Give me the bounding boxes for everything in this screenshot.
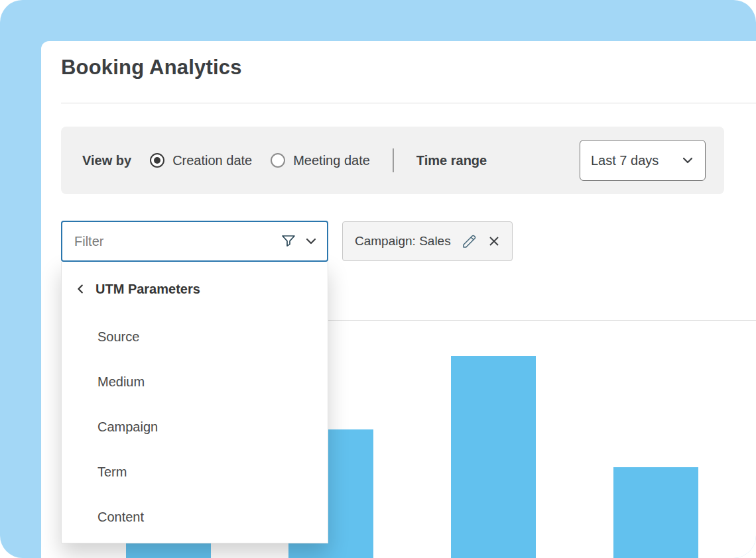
filter-input[interactable] — [73, 233, 281, 250]
dropdown-item-medium[interactable]: Medium — [62, 359, 328, 404]
dropdown-item-campaign[interactable]: Campaign — [62, 404, 328, 449]
filter-input-box[interactable] — [61, 221, 328, 262]
remove-x-icon[interactable] — [488, 235, 500, 247]
dropdown-header-utm-parameters[interactable]: UTM Parameters — [62, 276, 328, 302]
edit-pencil-icon[interactable] — [462, 233, 477, 249]
filter-funnel-icon[interactable] — [281, 233, 296, 249]
filter-chip-campaign-sales: Campaign: Sales — [342, 221, 513, 261]
chart-bar — [613, 467, 698, 558]
dropdown-item-content[interactable]: Content — [62, 494, 328, 539]
dropdown-header-label: UTM Parameters — [95, 282, 200, 297]
app-background: Booking Analytics View by Creation date … — [0, 0, 756, 558]
dropdown-item-source[interactable]: Source — [62, 314, 328, 359]
chart-bar — [451, 356, 536, 558]
chevron-down-icon[interactable] — [304, 235, 318, 248]
chip-label: Campaign: Sales — [355, 234, 451, 249]
filter-dropdown-panel: UTM Parameters Source Medium Campaign Te… — [61, 262, 328, 543]
chevron-left-icon[interactable] — [75, 283, 87, 295]
dropdown-item-term[interactable]: Term — [62, 449, 328, 494]
booking-analytics-window: Booking Analytics View by Creation date … — [41, 41, 756, 558]
dropdown-item-list: Source Medium Campaign Term Content — [62, 314, 328, 539]
